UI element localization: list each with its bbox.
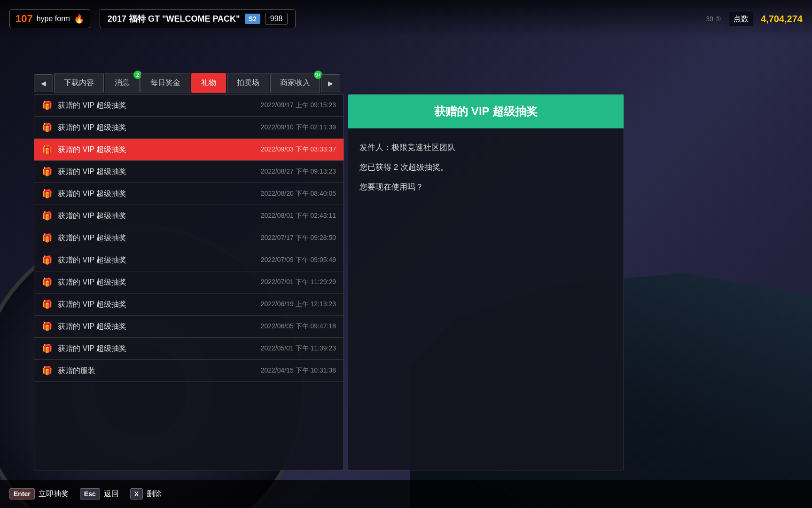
gift-icon: 🎁 — [42, 255, 52, 265]
fire-icon: 🔥 — [74, 14, 84, 24]
delete-label: 删除 — [147, 489, 162, 499]
gift-icon: 🎁 — [42, 343, 52, 354]
item-title: 获赠的服装 — [58, 366, 261, 376]
back-label: 返回 — [104, 489, 119, 499]
level-number: 107 — [16, 13, 33, 25]
list-item[interactable]: 🎁 获赠的 VIP 超级抽奖 2022/09/17 上午 09:15:23 — [34, 95, 344, 117]
list-item[interactable]: 🎁 获赠的 VIP 超级抽奖 2022/08/27 下午 09:13:23 — [34, 161, 344, 183]
detail-title: 获赠的 VIP 超级抽奖 — [434, 105, 538, 118]
detail-line2: 您要现在使用吗？ — [359, 179, 612, 195]
list-item[interactable]: 🎁 获赠的 VIP 超级抽奖 2022/07/17 下午 09:28:50 — [34, 227, 344, 249]
item-title: 获赠的 VIP 超级抽奖 — [58, 189, 261, 199]
gift-icon: 🎁 — [42, 277, 52, 287]
hype-text: hype form — [37, 15, 70, 23]
main-content: 🎁 获赠的 VIP 超级抽奖 2022/09/17 上午 09:15:23 🎁 … — [34, 94, 624, 470]
item-date: 2022/08/27 下午 09:13:23 — [261, 167, 336, 176]
tab-daily[interactable]: 每日奖金 — [141, 73, 190, 93]
item-title: 获赠的 VIP 超级抽奖 — [58, 123, 261, 133]
item-date: 2022/06/05 下午 09:47:18 — [261, 322, 336, 331]
item-date: 2022/07/09 下午 09:05:49 — [261, 256, 336, 264]
list-item[interactable]: 🎁 获赠的 VIP 超级抽奖 2022/09/10 下午 02:11:39 — [34, 117, 344, 139]
action-back: Esc 返回 — [80, 488, 119, 500]
item-date: 2022/07/17 下午 09:28:50 — [261, 234, 336, 242]
gift-icon: 🎁 — [42, 144, 52, 155]
item-title: 获赠的 VIP 超级抽奖 — [58, 233, 261, 243]
nav-bar: ◀ 下载内容 消息 2 每日奖金 礼物 拍卖场 商家收入 9+ ▶ — [34, 73, 340, 93]
enter-key: Enter — [9, 488, 35, 500]
top-bar: 107 hype form 🔥 2017 福特 GT "WELCOME PACK… — [0, 0, 812, 38]
bottom-bar: Enter 立即抽奖 Esc 返回 X 删除 — [0, 480, 812, 508]
item-date: 2022/09/03 下午 03:33:37 — [261, 145, 336, 154]
list-item[interactable]: 🎁 获赠的 VIP 超级抽奖 2022/07/09 下午 09:05:49 — [34, 249, 344, 271]
item-date: 2022/04/15 下午 10:31:38 — [261, 366, 336, 375]
item-title: 获赠的 VIP 超级抽奖 — [58, 255, 261, 265]
list-item[interactable]: 🎁 获赠的 VIP 超级抽奖 2022/06/05 下午 09:47:18 — [34, 316, 344, 338]
list-item[interactable]: 🎁 获赠的 VIP 超级抽奖 2022/06/19 上午 12:13:23 — [34, 294, 344, 316]
item-date: 2022/07/01 下午 11:29:29 — [261, 278, 336, 286]
gift-icon: 🎁 — [42, 321, 52, 332]
draw-label: 立即抽奖 — [39, 489, 69, 499]
top-right: 39 ① 点数 4,704,274 — [706, 12, 803, 26]
list-scroll[interactable]: 🎁 获赠的 VIP 超级抽奖 2022/09/17 上午 09:15:23 🎁 … — [34, 95, 344, 470]
item-title: 获赠的 VIP 超级抽奖 — [58, 300, 261, 310]
rating-badge: 998 — [265, 13, 288, 25]
corner-number: 39 ① — [706, 15, 721, 23]
gift-list: 🎁 获赠的 VIP 超级抽奖 2022/09/17 上午 09:15:23 🎁 … — [34, 94, 344, 470]
level-badge: 107 hype form 🔥 — [9, 9, 90, 28]
detail-panel: 获赠的 VIP 超级抽奖 发件人：极限竞速社区团队 您已获得 2 次超级抽奖。 … — [348, 94, 624, 470]
list-item[interactable]: 🎁 获赠的服装 2022/04/15 下午 10:31:38 — [34, 360, 344, 382]
item-title: 获赠的 VIP 超级抽奖 — [58, 322, 261, 332]
item-date: 2022/09/10 下午 02:11:39 — [261, 123, 336, 132]
car-title: 2017 福特 GT "WELCOME PACK" S2 998 — [100, 9, 296, 28]
esc-key: Esc — [80, 488, 100, 500]
tab-download[interactable]: 下载内容 — [54, 73, 104, 93]
tab-auction[interactable]: 拍卖场 — [227, 73, 269, 93]
car-name: 2017 福特 GT "WELCOME PACK" — [108, 13, 240, 24]
item-title: 获赠的 VIP 超级抽奖 — [58, 101, 261, 111]
item-title: 获赠的 VIP 超级抽奖 — [58, 278, 261, 287]
item-title: 获赠的 VIP 超级抽奖 — [58, 145, 261, 155]
item-title: 获赠的 VIP 超级抽奖 — [58, 211, 261, 221]
list-item[interactable]: 🎁 获赠的 VIP 超级抽奖 2022/05/01 下午 11:39:23 — [34, 338, 344, 360]
nav-prev-button[interactable]: ◀ — [34, 74, 53, 92]
list-item[interactable]: 🎁 获赠的 VIP 超级抽奖 2022/07/01 下午 11:29:29 — [34, 271, 344, 294]
gift-icon: 🎁 — [42, 211, 52, 221]
x-key: X — [130, 488, 143, 500]
item-date: 2022/08/01 下午 02:43:11 — [261, 212, 336, 220]
points-value: 4,704,274 — [761, 14, 803, 24]
detail-header: 获赠的 VIP 超级抽奖 — [348, 95, 624, 128]
gift-icon: 🎁 — [42, 100, 52, 111]
item-date: 2022/05/01 下午 11:39:23 — [261, 344, 336, 353]
item-title: 获赠的 VIP 超级抽奖 — [58, 167, 261, 177]
item-date: 2022/06/19 上午 12:13:23 — [261, 300, 336, 309]
item-title: 获赠的 VIP 超级抽奖 — [58, 344, 261, 354]
gift-icon: 🎁 — [42, 122, 52, 133]
gift-icon: 🎁 — [42, 167, 52, 177]
nav-next-button[interactable]: ▶ — [321, 74, 340, 92]
gift-icon: 🎁 — [42, 189, 52, 199]
item-date: 2022/09/17 上午 09:15:23 — [261, 101, 336, 110]
gift-icon: 🎁 — [42, 365, 52, 376]
item-date: 2022/08/20 下午 08:40:05 — [261, 190, 336, 198]
detail-line1: 您已获得 2 次超级抽奖。 — [359, 159, 612, 175]
detail-sender: 发件人：极限竞速社区团队 — [359, 140, 612, 156]
list-item[interactable]: 🎁 获赠的 VIP 超级抽奖 2022/08/20 下午 08:40:05 — [34, 183, 344, 205]
s2-badge: S2 — [245, 14, 260, 24]
detail-body: 发件人：极限竞速社区团队 您已获得 2 次超级抽奖。 您要现在使用吗？ — [348, 128, 624, 210]
tab-merchant[interactable]: 商家收入 9+ — [270, 73, 320, 93]
tab-messages[interactable]: 消息 2 — [105, 73, 140, 93]
gift-icon: 🎁 — [42, 233, 52, 243]
action-draw: Enter 立即抽奖 — [9, 488, 69, 500]
action-delete: X 删除 — [130, 488, 162, 500]
list-item[interactable]: 🎁 获赠的 VIP 超级抽奖 2022/08/01 下午 02:43:11 — [34, 205, 344, 227]
gift-icon: 🎁 — [42, 299, 52, 310]
tab-gifts[interactable]: 礼物 — [191, 73, 226, 93]
points-label: 点数 — [729, 12, 753, 26]
list-item[interactable]: 🎁 获赠的 VIP 超级抽奖 2022/09/03 下午 03:33:37 — [34, 139, 344, 161]
